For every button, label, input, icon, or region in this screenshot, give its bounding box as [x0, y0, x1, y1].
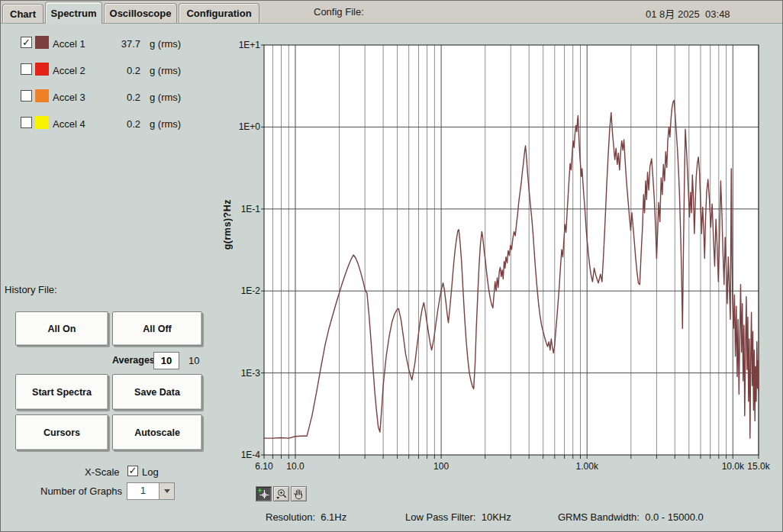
accel3-label: Accel 3 — [53, 92, 85, 103]
resolution-status: Resolution: 6.1Hz — [266, 511, 346, 523]
hand-icon — [292, 488, 305, 500]
autoscale-button[interactable]: Autoscale — [112, 414, 202, 450]
log-checkbox[interactable]: ✓ — [127, 466, 138, 476]
tab-configuration[interactable]: Configuration — [179, 3, 259, 23]
accel2-color-swatch — [35, 63, 49, 76]
crosshair-icon — [257, 488, 270, 500]
y-tick-label: 1E-4 — [214, 450, 260, 460]
accel4-unit: g (rms) — [150, 118, 181, 130]
resolution-label: Resolution: — [266, 511, 315, 523]
x-tick-label: 10.0k — [722, 461, 744, 472]
x-tick-label: 1.00k — [576, 461, 598, 472]
start-spectra-button[interactable]: Start Spectra — [15, 374, 108, 410]
accel4-value: 0.2 — [93, 118, 140, 130]
all-on-button[interactable]: All On — [15, 311, 108, 346]
accel2-unit: g (rms) — [150, 65, 181, 76]
averages-input[interactable] — [153, 352, 179, 369]
tab-spectrum[interactable]: Spectrum — [45, 2, 102, 24]
accel3-color-swatch — [35, 89, 49, 102]
accel2-checkbox[interactable] — [21, 63, 32, 75]
all-off-button[interactable]: All Off — [112, 311, 202, 346]
x-tick-label: 10.0 — [286, 461, 304, 472]
accel1-color-swatch — [35, 36, 49, 49]
pan-tool-button[interactable] — [291, 486, 307, 501]
tab-chart[interactable]: Chart — [2, 4, 44, 23]
accel1-checkbox[interactable]: ✓ — [21, 37, 32, 48]
magnifier-icon — [275, 488, 288, 500]
y-tick-label: 1E-1 — [214, 204, 260, 214]
log-label: Log — [142, 466, 159, 478]
accel4-color-swatch — [35, 116, 49, 129]
tab-chart-label: Chart — [10, 8, 36, 20]
spectrum-plot[interactable] — [253, 39, 783, 466]
accel2-label: Accel 2 — [53, 65, 85, 76]
averages-echo: 10 — [188, 355, 199, 366]
accel3-unit: g (rms) — [150, 92, 181, 103]
accel2-value: 0.2 — [93, 65, 140, 76]
lowpass-status: Low Pass Filter: 10KHz — [405, 511, 511, 523]
app-window: Chart Spectrum Oscilloscope Configuratio… — [0, 0, 783, 532]
lowpass-value: 10KHz — [482, 511, 511, 523]
y-tick-label: 1E+1 — [214, 40, 260, 50]
y-tick-label: 1E-2 — [214, 285, 260, 296]
tab-oscilloscope[interactable]: Oscilloscope — [104, 3, 177, 23]
x-tick-label: 100 — [433, 461, 449, 472]
tab-strip: Chart Spectrum Oscilloscope Configuratio… — [1, 1, 783, 24]
x-tick-label: 15.0k — [747, 461, 769, 472]
x-tick-label: 6.10 — [255, 461, 272, 472]
accel4-checkbox[interactable] — [21, 117, 32, 128]
history-file-label: History File: — [5, 284, 57, 295]
grms-status: GRMS Bandwidth: 0.0 - 15000.0 — [558, 511, 704, 523]
graph-palette — [256, 486, 307, 501]
cursor-tool-button[interactable] — [256, 486, 272, 501]
number-of-graphs-select[interactable]: 1 — [127, 482, 175, 500]
accel1-label: Accel 1 — [53, 38, 85, 50]
lowpass-label: Low Pass Filter: — [405, 511, 475, 523]
accel1-value: 37.7 — [93, 38, 140, 50]
resolution-value: 6.1Hz — [321, 511, 346, 523]
grms-label: GRMS Bandwidth: — [558, 511, 640, 523]
x-scale-label: X-Scale — [85, 466, 120, 478]
chevron-down-icon — [159, 483, 174, 499]
y-tick-label: 1E+0 — [214, 121, 260, 132]
save-data-button[interactable]: Save Data — [112, 374, 202, 410]
number-of-graphs-label: Number of Graphs — [40, 485, 122, 497]
tab-oscilloscope-label: Oscilloscope — [110, 8, 172, 19]
tab-configuration-label: Configuration — [186, 8, 251, 19]
accel4-label: Accel 4 — [53, 118, 85, 130]
accel3-value: 0.2 — [93, 92, 140, 103]
accel3-checkbox[interactable] — [21, 90, 32, 102]
tab-spectrum-label: Spectrum — [51, 8, 97, 19]
zoom-tool-button[interactable] — [273, 486, 289, 501]
averages-label: Averages — [112, 355, 155, 366]
accel1-unit: g (rms) — [150, 38, 181, 50]
config-file-label: Config File: — [314, 6, 364, 18]
y-tick-label: 1E-3 — [214, 368, 260, 379]
cursors-button[interactable]: Cursors — [15, 414, 108, 450]
number-of-graphs-value: 1 — [127, 483, 159, 499]
datetime-display: 01 8月 2025 03:48 — [646, 6, 730, 21]
grms-value: 0.0 - 15000.0 — [645, 511, 704, 523]
